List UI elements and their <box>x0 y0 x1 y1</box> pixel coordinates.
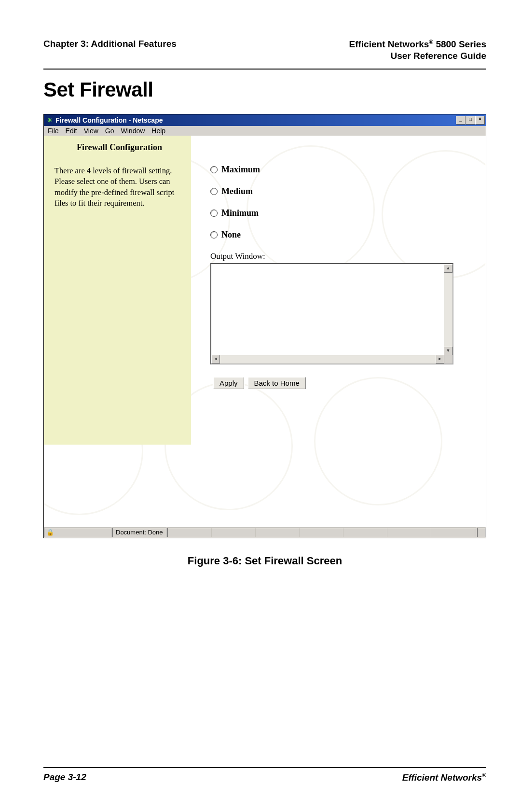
radio-label: Maximum <box>221 165 260 175</box>
maximize-button[interactable]: □ <box>466 116 475 125</box>
status-icon-cell: 🔒 <box>44 528 111 537</box>
window-controls: _ □ × <box>456 116 485 125</box>
radio-label: Medium <box>221 186 253 196</box>
figure-caption: Figure 3-6: Set Firewall Screen <box>43 555 486 567</box>
scroll-corner <box>444 355 452 364</box>
menu-window[interactable]: Window <box>121 127 145 135</box>
footer-page-number: Page 3-12 <box>43 772 86 783</box>
output-window-label: Output Window: <box>210 252 466 261</box>
browser-window: ✳ Firewall Configuration - Netscape _ □ … <box>43 114 486 538</box>
scroll-left-icon[interactable]: ◄ <box>211 355 220 364</box>
header-divider <box>43 69 486 70</box>
radio-option-minimum[interactable]: Minimum <box>210 208 466 218</box>
back-to-home-button[interactable]: Back to Home <box>248 377 306 389</box>
status-progress <box>167 528 476 537</box>
radio-option-medium[interactable]: Medium <box>210 186 466 196</box>
menu-bar: File Edit View Go Window Help <box>44 126 486 136</box>
output-window-textarea[interactable]: ▲ ▼ ◄ ► <box>210 263 453 364</box>
scrollbar-horizontal[interactable] <box>211 355 452 364</box>
sidebar-title: Firewall Configuration <box>55 141 184 153</box>
content-area: Firewall Configuration There are 4 level… <box>44 136 486 527</box>
close-button[interactable]: × <box>475 116 485 125</box>
minimize-button[interactable]: _ <box>456 116 466 125</box>
status-bar: 🔒 Document: Done <box>44 527 486 538</box>
window-titlebar: ✳ Firewall Configuration - Netscape _ □ … <box>44 114 486 126</box>
header-right: Efficient Networks® 5800 Series User Ref… <box>349 39 486 62</box>
header-product: Efficient Networks® 5800 Series <box>349 39 486 50</box>
page-footer: Page 3-12 Efficient Networks® <box>43 767 486 783</box>
menu-edit[interactable]: Edit <box>66 127 77 135</box>
page-title: Set Firewall <box>43 78 486 101</box>
main-panel: Maximum Medium Minimum None Output Windo… <box>191 136 486 527</box>
header-left: Chapter 3: Additional Features <box>43 39 177 49</box>
scroll-down-icon[interactable]: ▼ <box>444 347 452 355</box>
scroll-right-icon[interactable]: ► <box>436 355 444 364</box>
radio-icon <box>210 188 218 195</box>
menu-view[interactable]: View <box>84 127 98 135</box>
page-header: Chapter 3: Additional Features Efficient… <box>43 39 486 62</box>
scroll-up-icon[interactable]: ▲ <box>444 264 452 273</box>
apply-button[interactable]: Apply <box>213 377 244 389</box>
radio-icon <box>210 210 218 217</box>
radio-label: Minimum <box>221 208 259 218</box>
window-title: Firewall Configuration - Netscape <box>55 116 163 124</box>
help-sidebar: Firewall Configuration There are 4 level… <box>44 136 191 445</box>
netscape-app-icon: ✳ <box>46 116 54 124</box>
menu-go[interactable]: Go <box>105 127 114 135</box>
footer-brand: Efficient Networks® <box>402 772 486 783</box>
menu-file[interactable]: File <box>48 127 59 135</box>
status-text: Document: Done <box>112 528 166 537</box>
radio-label: None <box>221 230 241 240</box>
radio-icon <box>210 166 218 173</box>
menu-help[interactable]: Help <box>151 127 165 135</box>
scrollbar-vertical[interactable] <box>444 264 452 355</box>
radio-option-none[interactable]: None <box>210 230 466 240</box>
footer-divider <box>43 767 486 768</box>
sidebar-body: There are 4 levels of firewall setting. … <box>55 166 184 209</box>
resize-grip-icon[interactable] <box>477 528 486 537</box>
header-subtitle: User Reference Guide <box>349 50 486 62</box>
radio-option-maximum[interactable]: Maximum <box>210 165 466 175</box>
radio-icon <box>210 231 218 238</box>
